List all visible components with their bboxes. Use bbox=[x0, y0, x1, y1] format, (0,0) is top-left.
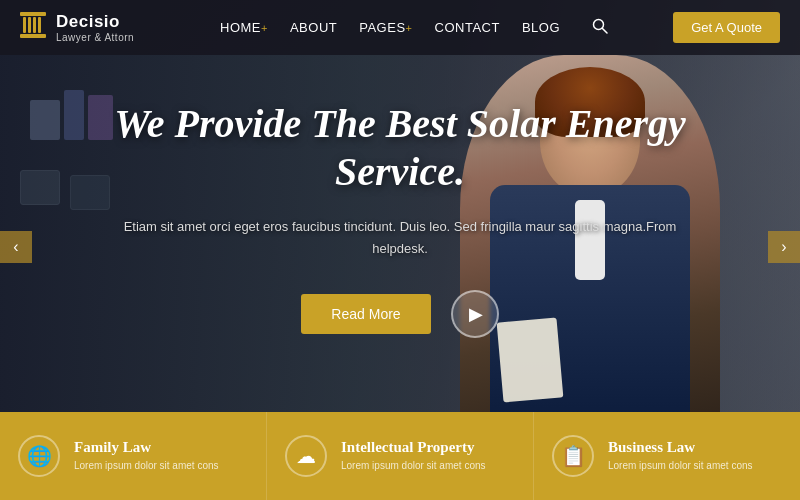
logo: Decisio Lawyer & Attorn bbox=[20, 12, 160, 44]
service-desc-family-law: Lorem ipsum dolor sit amet cons bbox=[74, 459, 219, 473]
service-desc-business-law: Lorem ipsum dolor sit amet cons bbox=[608, 459, 753, 473]
play-icon: ▶ bbox=[469, 303, 483, 325]
play-button[interactable]: ▶ bbox=[451, 290, 499, 338]
logo-subtitle: Lawyer & Attorn bbox=[56, 32, 134, 43]
chevron-left-icon: ‹ bbox=[13, 238, 18, 256]
hero-subtitle: Etiam sit amet orci eget eros faucibus t… bbox=[100, 216, 700, 260]
service-cards: 🌐 Family Law Lorem ipsum dolor sit amet … bbox=[0, 412, 800, 500]
svg-rect-4 bbox=[38, 17, 41, 33]
business-law-icon: 📋 bbox=[552, 435, 594, 477]
nav-pages[interactable]: PAGES+ bbox=[359, 20, 412, 35]
chevron-right-icon: › bbox=[781, 238, 786, 256]
service-info-family-law: Family Law Lorem ipsum dolor sit amet co… bbox=[74, 439, 219, 473]
logo-icon bbox=[20, 12, 46, 44]
nav-links: HOME+ ABOUT PAGES+ CONTACT BLOG bbox=[220, 18, 655, 38]
read-more-button[interactable]: Read More bbox=[301, 294, 430, 334]
svg-rect-1 bbox=[23, 17, 26, 33]
logo-title: Decisio bbox=[56, 12, 134, 32]
service-title-business-law: Business Law bbox=[608, 439, 753, 456]
svg-rect-5 bbox=[20, 34, 46, 38]
prev-slide-button[interactable]: ‹ bbox=[0, 231, 32, 263]
service-card-intellectual-property[interactable]: ☁ Intellectual Property Lorem ipsum dolo… bbox=[267, 412, 534, 500]
search-icon[interactable] bbox=[592, 18, 608, 38]
service-title-intellectual-property: Intellectual Property bbox=[341, 439, 486, 456]
svg-rect-2 bbox=[28, 17, 31, 33]
next-slide-button[interactable]: › bbox=[768, 231, 800, 263]
svg-rect-3 bbox=[33, 17, 36, 33]
service-title-family-law: Family Law bbox=[74, 439, 219, 456]
logo-text: Decisio Lawyer & Attorn bbox=[56, 12, 134, 43]
service-card-business-law[interactable]: 📋 Business Law Lorem ipsum dolor sit ame… bbox=[534, 412, 800, 500]
svg-line-7 bbox=[603, 28, 608, 33]
hero-title: We Provide The Best Solar Energy Service… bbox=[100, 100, 700, 196]
nav-contact[interactable]: CONTACT bbox=[435, 20, 500, 35]
nav-blog[interactable]: BLOG bbox=[522, 20, 560, 35]
family-law-icon: 🌐 bbox=[18, 435, 60, 477]
service-desc-intellectual-property: Lorem ipsum dolor sit amet cons bbox=[341, 459, 486, 473]
navbar: Decisio Lawyer & Attorn HOME+ ABOUT PAGE… bbox=[0, 0, 800, 55]
nav-about[interactable]: ABOUT bbox=[290, 20, 337, 35]
nav-home[interactable]: HOME+ bbox=[220, 20, 268, 35]
service-info-intellectual-property: Intellectual Property Lorem ipsum dolor … bbox=[341, 439, 486, 473]
hero-actions: Read More ▶ bbox=[100, 290, 700, 338]
service-card-family-law[interactable]: 🌐 Family Law Lorem ipsum dolor sit amet … bbox=[0, 412, 267, 500]
svg-rect-0 bbox=[20, 12, 46, 16]
hero-content: We Provide The Best Solar Energy Service… bbox=[100, 100, 700, 338]
hero-section: We Provide The Best Solar Energy Service… bbox=[0, 0, 800, 440]
intellectual-property-icon: ☁ bbox=[285, 435, 327, 477]
get-quote-button[interactable]: Get A Quote bbox=[673, 12, 780, 43]
service-info-business-law: Business Law Lorem ipsum dolor sit amet … bbox=[608, 439, 753, 473]
